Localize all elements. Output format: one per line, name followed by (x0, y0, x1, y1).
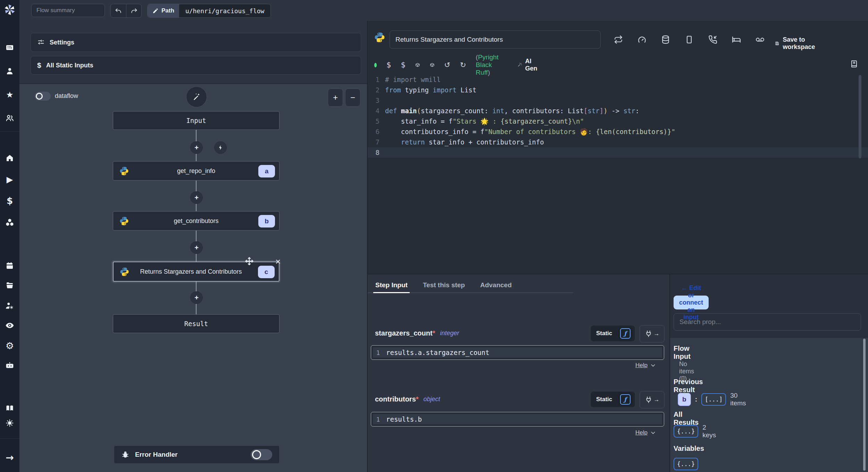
add-step-button[interactable]: + (190, 241, 203, 254)
add-step-button[interactable]: + (190, 191, 203, 204)
undo-button[interactable] (111, 4, 126, 17)
windmill-logo[interactable] (3, 3, 17, 17)
connect-input-plug-button[interactable]: → (640, 325, 665, 342)
search-prop-input[interactable] (674, 313, 861, 331)
code-line[interactable]: 1# import wmill (368, 74, 868, 85)
help-link[interactable]: Help (635, 429, 656, 436)
add-step-button[interactable]: + (190, 291, 203, 304)
bolt-icon (218, 145, 223, 150)
help-link[interactable]: Help (635, 362, 656, 369)
package-icon[interactable] (415, 61, 420, 69)
home-icon[interactable] (3, 151, 17, 165)
groups-icon[interactable] (3, 111, 17, 125)
add-step-button[interactable]: + (190, 141, 203, 154)
docs-icon[interactable] (3, 401, 17, 415)
all-static-inputs-button[interactable]: $ All Static Inputs (31, 56, 361, 75)
package-icon[interactable] (430, 61, 435, 69)
code-line[interactable]: 4def main(stargazers_count: int, contrib… (368, 106, 868, 116)
ai-gen-button[interactable]: AI Gen (517, 58, 539, 72)
suspend-phone-icon[interactable] (708, 35, 717, 44)
step-id-badge: c (258, 266, 275, 278)
move-step-handle[interactable] (244, 256, 254, 266)
flow-summary-input[interactable] (31, 4, 105, 17)
concurrency-voicemail-icon[interactable] (756, 35, 765, 44)
code-editor[interactable]: 1# import wmill2from typing import List3… (368, 74, 868, 158)
ai-robot-icon[interactable] (3, 359, 17, 373)
expr-input-stargazers-count[interactable]: 1results.a.stargazers_count (371, 345, 664, 360)
redo-button[interactable] (126, 4, 141, 17)
resources-icon[interactable] (3, 215, 17, 229)
error-handler-node[interactable]: Error Handler (114, 446, 279, 464)
flow-node-step-a[interactable]: get_repo_info a (113, 161, 279, 181)
dollar-icon: $ (37, 61, 41, 69)
flow-node-input[interactable]: Input (113, 111, 279, 130)
reset-rotate-ccw-icon[interactable]: ↺ (444, 61, 450, 69)
assets-dollar-icon[interactable]: $ (386, 61, 391, 69)
editor-scrollbar[interactable] (859, 75, 861, 158)
reload-rotate-cw-icon[interactable]: ↻ (460, 61, 466, 69)
previous-result-array-chip[interactable]: [...] (701, 393, 726, 406)
workspace-icon[interactable] (3, 41, 17, 55)
flow-node-step-c-selected[interactable]: Returns Stargazers and Contributors c (113, 262, 279, 282)
connect-input-plug-button[interactable]: → (640, 391, 665, 408)
settings-gear-icon[interactable]: ⚙ (3, 339, 17, 353)
expr-input-contributors[interactable]: 1results.b (371, 412, 664, 427)
workers-icon[interactable] (3, 299, 17, 313)
retries-icon[interactable] (614, 35, 623, 44)
tab-test-this-step[interactable]: Test this step (423, 278, 465, 292)
windmill-flow-editor: { "topbar": { "flow_summary_placeholder"… (0, 0, 868, 472)
tab-step-input[interactable]: Step Input (375, 278, 408, 292)
save-to-workspace-button[interactable]: Save to workspace (775, 36, 818, 51)
path-field[interactable]: Path u/henri/gracious_flow (147, 4, 271, 18)
folders-icon[interactable] (3, 279, 17, 292)
tab-advanced[interactable]: Advanced (480, 278, 512, 292)
static-function-toggle[interactable]: Static ƒ (590, 325, 635, 342)
variables-object-chip[interactable]: {...} (674, 458, 698, 470)
dataflow-toggle[interactable] (35, 92, 51, 101)
flow-settings-button[interactable]: Settings (31, 33, 361, 52)
audit-logs-icon[interactable] (3, 318, 17, 332)
step-title-input[interactable] (390, 31, 601, 49)
schedules-icon[interactable] (3, 259, 17, 273)
runs-icon[interactable]: ▶ (3, 173, 17, 187)
cache-database-icon[interactable] (661, 35, 670, 44)
ai-wand-button[interactable] (186, 86, 207, 107)
static-function-toggle[interactable]: Static ƒ (590, 391, 635, 408)
sleep-bed-icon[interactable] (732, 35, 741, 44)
chevron-down-icon (650, 363, 656, 368)
expand-sidebar-icon[interactable]: → (3, 451, 17, 465)
error-handler-toggle[interactable] (251, 449, 272, 460)
pencil-icon (152, 8, 159, 14)
props-panel-scrollbar[interactable] (863, 339, 866, 471)
library-icon[interactable] (850, 60, 858, 68)
lint-status-dot (374, 63, 377, 67)
mock-icon[interactable] (685, 35, 694, 44)
flow-node-step-b[interactable]: get_contributors b (113, 211, 279, 231)
error-handler-toggle-knob (252, 450, 261, 459)
theme-icon[interactable] (3, 416, 17, 430)
timeout-gauge-icon[interactable] (637, 35, 646, 44)
edit-or-connect-input-button[interactable]: ← Edit or connect an input (674, 296, 709, 309)
code-line[interactable]: 5 star_info = f"Stars 🌟 : {stargazers_co… (368, 116, 868, 126)
flow-node-result[interactable]: Result (113, 314, 279, 333)
step-id-badge: a (258, 165, 275, 177)
code-line[interactable]: 8 (368, 147, 868, 158)
code-line[interactable]: 6 contributors_info = f"Number of contri… (368, 126, 868, 137)
plug-icon (645, 396, 652, 404)
favorite-star-icon[interactable]: ★ (3, 88, 17, 102)
code-line[interactable]: 3 (368, 95, 868, 106)
sidebar-divider (0, 438, 19, 439)
delete-step-button[interactable]: × (275, 257, 281, 266)
sidebar-divider (0, 131, 19, 132)
variables-dollar-icon[interactable]: $ (401, 61, 406, 69)
trigger-bolt-button[interactable] (214, 141, 227, 154)
previous-result-step-badge[interactable]: b (678, 393, 691, 406)
all-results-object-chip[interactable]: {...} (674, 425, 698, 438)
user-icon[interactable] (3, 64, 17, 78)
arrow-right-icon: → (654, 330, 660, 337)
code-line[interactable]: 7 return star_info + contributors_info (368, 137, 868, 147)
code-line[interactable]: 2from typing import List (368, 85, 868, 95)
zoom-in-button[interactable]: + (328, 89, 343, 107)
variables-icon[interactable]: $ (3, 194, 17, 208)
zoom-out-button[interactable]: − (345, 89, 360, 107)
